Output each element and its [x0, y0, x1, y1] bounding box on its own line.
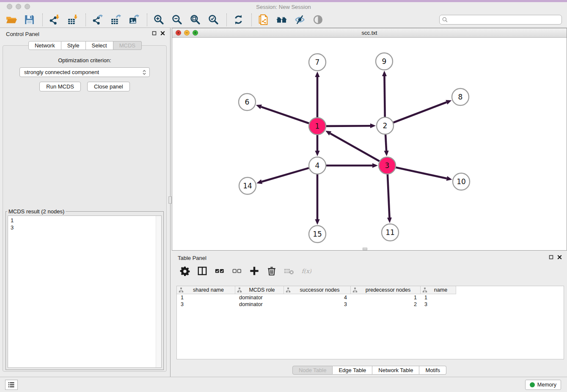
- table-cell[interactable]: dominator: [235, 301, 284, 308]
- column-header-name[interactable]: name: [421, 286, 456, 294]
- zoom-in-button[interactable]: [152, 13, 165, 27]
- node-table[interactable]: shared nameMCDS rolesuccessor nodesprede…: [176, 286, 564, 359]
- graph-node-1[interactable]: 1: [309, 118, 326, 135]
- table-cell[interactable]: 1: [351, 294, 421, 301]
- graph-edge-3-1[interactable]: [325, 131, 380, 161]
- table-cell[interactable]: 3: [284, 301, 351, 308]
- network-close-button[interactable]: ×: [176, 30, 181, 36]
- table-cell[interactable]: 3: [421, 301, 456, 308]
- tab-edge-table[interactable]: Edge Table: [333, 366, 372, 375]
- graph-edge-1-7[interactable]: [315, 72, 319, 117]
- select-all-columns-button[interactable]: [214, 265, 225, 276]
- graph-node-2[interactable]: 2: [377, 117, 394, 134]
- zoom-out-button[interactable]: [170, 13, 184, 27]
- table-cell[interactable]: 1: [177, 294, 235, 301]
- graph-node-15[interactable]: 15: [309, 226, 326, 243]
- graph-edge-4-15[interactable]: [315, 174, 319, 225]
- table-cell[interactable]: dominator: [235, 294, 284, 301]
- network-maximize-button[interactable]: +: [193, 30, 198, 36]
- search-field[interactable]: [439, 15, 562, 25]
- tab-network[interactable]: Network: [28, 41, 61, 50]
- search-input[interactable]: [450, 17, 559, 23]
- graph-edge-3-10[interactable]: [396, 168, 452, 181]
- graph-edge-1-2[interactable]: [326, 124, 376, 128]
- network-document-icon: [258, 14, 269, 25]
- graph-node-10[interactable]: 10: [453, 173, 470, 190]
- memory-button[interactable]: Memory: [525, 380, 561, 390]
- tab-node-table[interactable]: Node Table: [292, 366, 333, 375]
- table-cell[interactable]: 1: [421, 294, 456, 301]
- deselect-all-columns-button[interactable]: [231, 265, 242, 276]
- hide-selected-button[interactable]: [293, 13, 306, 27]
- graph-edge-1-4[interactable]: [315, 135, 319, 156]
- run-mcds-button[interactable]: Run MCDS: [39, 82, 81, 91]
- graph-node-7[interactable]: 7: [309, 54, 326, 71]
- canvas-splitter-handle[interactable]: [363, 248, 367, 250]
- tab-mcds[interactable]: MCDS: [113, 41, 142, 50]
- tab-network-table[interactable]: Network Table: [372, 366, 419, 375]
- column-header-mcds-role[interactable]: MCDS role: [235, 286, 284, 294]
- gear-icon: [180, 266, 190, 276]
- graph-edge-2-9[interactable]: [382, 71, 387, 117]
- network-canvas[interactable]: 7968124314101511: [172, 38, 567, 250]
- export-image-button[interactable]: [127, 13, 140, 27]
- tab-style[interactable]: Style: [61, 41, 86, 50]
- float-table-panel-icon[interactable]: [549, 255, 553, 259]
- table-row[interactable]: 1dominator411: [177, 294, 564, 301]
- table-cell[interactable]: 3: [177, 301, 235, 308]
- tab-motifs[interactable]: Motifs: [419, 366, 446, 375]
- export-network-button[interactable]: [91, 13, 104, 27]
- save-session-button[interactable]: [22, 13, 36, 27]
- open-session-button[interactable]: [4, 13, 18, 27]
- table-cell[interactable]: 4: [284, 294, 351, 301]
- network-window-title: scc.txt: [172, 28, 567, 38]
- zoom-selected-button[interactable]: [206, 13, 220, 27]
- close-table-panel-icon[interactable]: [557, 255, 562, 259]
- graph-edge-3-11[interactable]: [387, 174, 392, 223]
- graph-node-9[interactable]: 9: [376, 53, 393, 70]
- graph-node-14[interactable]: 14: [239, 177, 256, 194]
- graph-edge-1-6[interactable]: [256, 105, 309, 123]
- table-cell[interactable]: 2: [351, 301, 421, 308]
- graph-node-8[interactable]: 8: [452, 88, 469, 105]
- import-network-button[interactable]: [47, 13, 61, 27]
- add-column-button[interactable]: [249, 265, 260, 276]
- close-panel-icon[interactable]: [160, 31, 165, 36]
- column-header-predecessor-nodes[interactable]: predecessor nodes: [351, 286, 421, 294]
- app-title-bar: Session: New Session: [0, 0, 567, 12]
- table-row[interactable]: 3dominator323: [177, 301, 564, 308]
- svg-text:f(x): f(x): [302, 268, 311, 274]
- column-header-successor-nodes[interactable]: successor nodes: [284, 286, 351, 294]
- panel-splitter-handle[interactable]: [168, 196, 172, 204]
- home-button[interactable]: [275, 13, 288, 27]
- table-settings-button[interactable]: [179, 265, 190, 276]
- mcds-result-textarea[interactable]: 13: [8, 215, 162, 368]
- graph-edge-2-8[interactable]: [394, 100, 452, 122]
- close-panel-button[interactable]: Close panel: [87, 82, 130, 91]
- column-header-shared-name[interactable]: shared name: [177, 286, 235, 294]
- float-panel-icon[interactable]: [152, 31, 157, 36]
- graph-edge-2-3[interactable]: [384, 135, 389, 156]
- zoom-fit-button[interactable]: [188, 13, 202, 27]
- optimization-criterion-select[interactable]: strongly connected component: [19, 67, 150, 77]
- tab-select[interactable]: Select: [86, 41, 113, 50]
- show-column-button[interactable]: [197, 265, 208, 276]
- apply-layout-button[interactable]: [231, 13, 245, 27]
- result-scrollbar[interactable]: [156, 216, 161, 367]
- export-table-button[interactable]: [109, 13, 122, 27]
- show-hidden-button[interactable]: [311, 13, 325, 27]
- graph-node-6[interactable]: 6: [239, 94, 256, 110]
- plus-icon: [249, 266, 259, 276]
- graph-edge-4-14[interactable]: [256, 168, 309, 184]
- task-history-button[interactable]: [5, 380, 18, 390]
- eye-slash-icon: [294, 14, 306, 25]
- network-window-titlebar[interactable]: scc.txt × − +: [172, 28, 567, 38]
- new-network-button[interactable]: [256, 13, 270, 27]
- graph-node-3[interactable]: 3: [379, 157, 396, 174]
- delete-column-button[interactable]: [266, 265, 277, 276]
- network-minimize-button[interactable]: −: [184, 30, 190, 36]
- import-table-button[interactable]: [66, 13, 79, 27]
- graph-node-11[interactable]: 11: [382, 224, 399, 241]
- graph-edge-4-3[interactable]: [326, 163, 378, 168]
- graph-node-4[interactable]: 4: [309, 157, 326, 174]
